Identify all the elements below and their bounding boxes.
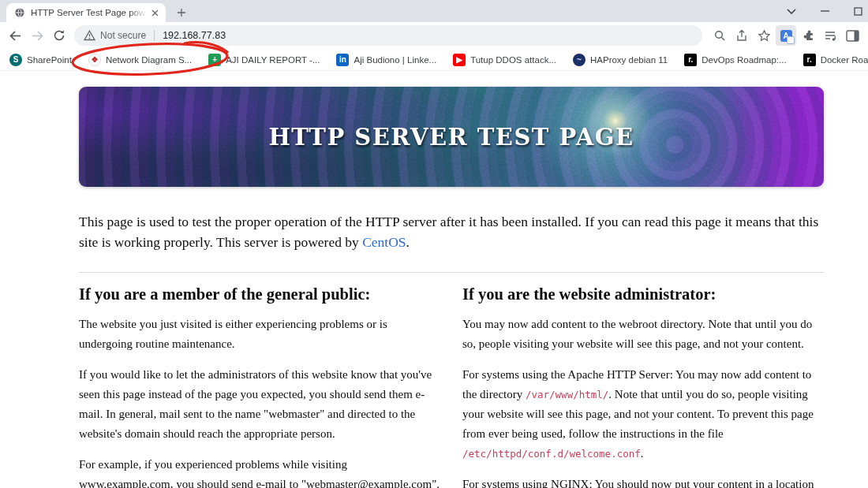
page-viewport: HTTP SERVER TEST PAGE This page is used … — [0, 71, 868, 488]
browser-tab[interactable]: HTTP Server Test Page powered — [6, 3, 166, 22]
bookmark-youtube[interactable]: ▶ Tutup DDOS attack... — [453, 54, 556, 66]
browser-window: HTTP Server Test Page powered — [0, 0, 868, 488]
code-path: /var/www/html/ — [526, 389, 608, 400]
daily-report-icon: + — [208, 54, 221, 66]
code-path: /etc/httpd/conf.d/welcome.conf — [462, 448, 641, 460]
bookmark-roadmap[interactable]: r. Docker Roadmap -... — [803, 54, 868, 66]
toolbar-right-icons: A — [709, 25, 863, 46]
admin-para-3: For systems using NGINX: You should now … — [462, 475, 824, 488]
bookmark-linkedin[interactable]: in Aji Budiono | Linke... — [336, 54, 436, 66]
sharepoint-icon: S — [9, 54, 22, 66]
bookmark-network-diagram[interactable]: ❖ Network Diagram S... — [88, 54, 192, 66]
new-tab-button[interactable] — [174, 5, 189, 20]
back-button[interactable] — [6, 25, 26, 46]
address-bar[interactable]: Not secure 192.168.77.83 — [74, 25, 702, 46]
not-secure-warning-icon — [84, 30, 95, 41]
admin-para-2: For systems using the Apache HTTP Server… — [462, 365, 824, 464]
youtube-icon: ▶ — [453, 54, 466, 66]
bookmarks-bar: S SharePoint ❖ Network Diagram S... + AJ… — [0, 49, 868, 71]
minimize-button[interactable] — [808, 0, 841, 22]
side-panel-icon[interactable] — [842, 25, 862, 46]
divider-rule — [79, 272, 824, 273]
forward-button[interactable] — [28, 25, 48, 46]
tab-strip: HTTP Server Test Page powered — [0, 0, 868, 22]
test-page-banner: HTTP SERVER TEST PAGE — [79, 87, 824, 187]
maximize-button[interactable] — [841, 0, 868, 22]
window-controls — [775, 0, 868, 22]
bookmark-daily-report[interactable]: + AJI DAILY REPORT -... — [208, 54, 320, 66]
haproxy-icon: ~ — [573, 54, 586, 66]
globe-favicon-icon — [14, 7, 25, 18]
url-text[interactable]: 192.168.77.83 — [163, 30, 226, 41]
centos-link[interactable]: CentOS — [362, 234, 406, 250]
omnibox-divider — [154, 30, 155, 41]
network-diagram-icon: ❖ — [88, 54, 101, 66]
reload-button[interactable] — [49, 25, 69, 46]
public-column: If you are a member of the general publi… — [79, 285, 440, 488]
bookmark-roadmap[interactable]: r. DevOps Roadmap:... — [684, 54, 786, 66]
public-para-3: For example, if you experienced problems… — [79, 455, 440, 488]
security-label[interactable]: Not secure — [100, 30, 146, 41]
media-playlist-icon[interactable] — [820, 25, 840, 46]
extensions-puzzle-icon[interactable] — [798, 25, 818, 46]
intro-paragraph: This page is used to test the proper ope… — [79, 211, 824, 253]
browser-toolbar: Not secure 192.168.77.83 A — [0, 22, 868, 49]
translate-icon[interactable]: A — [776, 25, 796, 46]
public-heading: If you are a member of the general publi… — [79, 285, 440, 304]
roadmap-icon: r. — [684, 54, 697, 66]
roadmap-icon: r. — [803, 54, 816, 66]
bookmark-star-icon[interactable] — [754, 25, 774, 46]
admin-para-1: You may now add content to the webroot d… — [462, 315, 824, 354]
public-para-2: If you would like to let the administrat… — [79, 365, 440, 444]
linkedin-icon: in — [336, 54, 349, 66]
search-icon[interactable] — [709, 25, 730, 46]
tab-title: HTTP Server Test Page powered — [31, 8, 147, 17]
tab-close-icon[interactable] — [148, 6, 161, 19]
tab-search-chevron-icon[interactable] — [775, 0, 808, 22]
banner-title: HTTP SERVER TEST PAGE — [79, 87, 824, 187]
bookmark-sharepoint[interactable]: S SharePoint — [9, 54, 72, 66]
public-para-1: The website you just visited is either e… — [79, 315, 440, 354]
share-icon[interactable] — [731, 25, 752, 46]
admin-heading: If you are the website administrator: — [462, 285, 824, 304]
admin-column: If you are the website administrator: Yo… — [462, 285, 824, 488]
bookmark-haproxy[interactable]: ~ HAProxy debian 11 — [573, 54, 668, 66]
